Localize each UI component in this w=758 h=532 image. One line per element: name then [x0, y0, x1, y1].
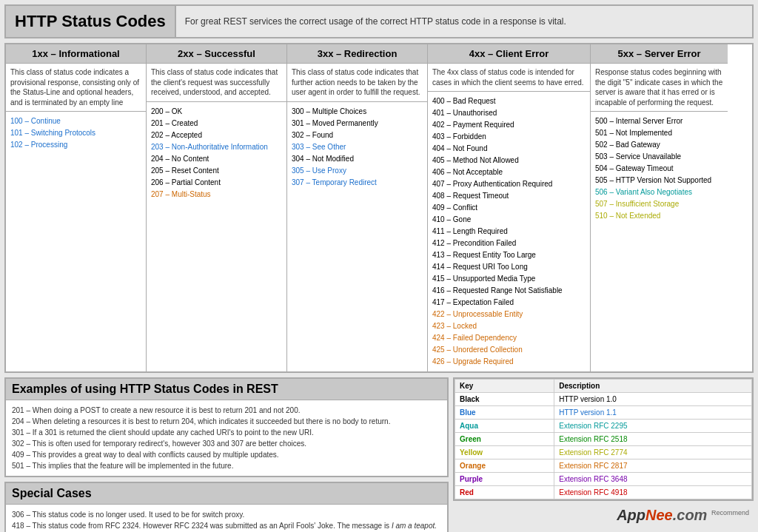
- main-container: HTTP Status Codes For great REST service…: [0, 0, 758, 532]
- code-510: 510 – Not Extended: [595, 210, 723, 222]
- key-yellow: Yellow: [455, 446, 554, 459]
- codes-3xx: 300 – Multiple Choices 301 – Moved Perma…: [287, 102, 427, 192]
- code-416: 416 – Requested Range Not Satisfiable: [432, 285, 586, 297]
- code-201: 201 – Created: [151, 118, 282, 129]
- header-1xx: 1xx – Informational: [6, 44, 146, 64]
- code-200: 200 – OK: [151, 106, 282, 118]
- example-6: 501 – This implies that the feature will…: [12, 460, 441, 471]
- col-1xx: 1xx – Informational This class of status…: [6, 44, 147, 371]
- code-307: 307 – Temporary Redirect: [292, 177, 423, 189]
- code-301: 301 – Moved Permanently: [292, 118, 423, 129]
- code-409: 409 – Conflict: [432, 202, 586, 214]
- key-green: Green: [455, 433, 554, 446]
- col-2xx: 2xx – Successful This class of status co…: [147, 44, 287, 371]
- codes-5xx: 500 – Internal Server Error 501 – Not Im…: [591, 112, 728, 226]
- key-black: Black: [455, 393, 554, 406]
- code-403: 403 – Forbidden: [432, 131, 586, 143]
- key-table: Key Description Black HTTP version 1.0 B…: [453, 377, 754, 501]
- desc-1xx: This class of status code indicates a pr…: [6, 64, 146, 112]
- code-102: 102 – Processing: [10, 139, 141, 151]
- appnee-logo: AppNee.com: [617, 507, 711, 523]
- key-row-aqua: Aqua Extension RFC 2295: [455, 420, 752, 433]
- desc-purple: Extension RFC 3648: [554, 473, 752, 486]
- desc-5xx: Response status codes beginning with the…: [591, 64, 728, 112]
- code-414: 414 – Request URI Too Long: [432, 261, 586, 273]
- key-row-black: Black HTTP version 1.0: [455, 393, 752, 406]
- col-3xx: 3xx – Redirection This class of status c…: [287, 44, 428, 371]
- key-red: Red: [455, 486, 554, 499]
- desc-green: Extension RFC 2518: [554, 433, 752, 446]
- examples-content: 201 – When doing a POST to create a new …: [6, 400, 447, 476]
- header-5xx: 5xx – Server Error: [591, 44, 728, 64]
- code-407: 407 – Proxy Authentication Required: [432, 178, 586, 190]
- key-aqua: Aqua: [455, 420, 554, 433]
- header-3xx: 3xx – Redirection: [287, 44, 427, 64]
- key-row-blue: Blue HTTP version 1.1: [455, 406, 752, 420]
- key-blue: Blue: [455, 406, 554, 420]
- code-303: 303 – See Other: [292, 141, 423, 153]
- code-202: 202 – Accepted: [151, 129, 282, 141]
- code-101: 101 – Switching Protocols: [10, 127, 141, 139]
- key-orange: Orange: [455, 459, 554, 473]
- code-502: 502 – Bad Gateway: [595, 139, 723, 151]
- header-description: For great REST services the correct usag…: [176, 10, 575, 33]
- example-5: 409 – This provides a great way to deal …: [12, 449, 441, 460]
- code-422: 422 – Unprocessable Entity: [432, 309, 586, 320]
- examples-header: Examples of using HTTP Status Codes in R…: [6, 379, 447, 400]
- code-405: 405 – Method Not Allowed: [432, 155, 586, 166]
- codes-1xx: 100 – Continue 101 – Switching Protocols…: [6, 112, 146, 155]
- left-bottom: Examples of using HTTP Status Codes in R…: [4, 377, 449, 532]
- code-300: 300 – Multiple Choices: [292, 106, 423, 118]
- code-400: 400 – Bad Request: [432, 95, 586, 107]
- special-cases-box: Special Cases 306 – This status code is …: [4, 482, 449, 532]
- code-413: 413 – Request Entity Too Large: [432, 249, 586, 261]
- special-content: 306 – This status code is no longer used…: [6, 505, 447, 532]
- code-506: 506 – Variant Also Negotiates: [595, 186, 723, 198]
- desc-yellow: Extension RFC 2774: [554, 446, 752, 459]
- code-205: 205 – Reset Content: [151, 165, 282, 177]
- code-404: 404 – Not Found: [432, 143, 586, 155]
- code-412: 412 – Precondition Failed: [432, 238, 586, 249]
- desc-aqua: Extension RFC 2295: [554, 420, 752, 433]
- col-4xx: 4xx – Client Error The 4xx class of stat…: [428, 44, 591, 371]
- codes-4xx: 400 – Bad Request 401 – Unauthorised 402…: [428, 92, 590, 371]
- code-302: 302 – Found: [292, 129, 423, 141]
- code-411: 411 – Length Required: [432, 226, 586, 238]
- special-header: Special Cases: [6, 483, 447, 505]
- examples-box: Examples of using HTTP Status Codes in R…: [4, 377, 449, 477]
- special-1: 306 – This status code is no longer used…: [12, 509, 441, 520]
- desc-orange: Extension RFC 2817: [554, 459, 752, 473]
- desc-col-header: Description: [554, 380, 752, 393]
- code-417: 417 – Expectation Failed: [432, 297, 586, 309]
- key-row-purple: Purple Extension RFC 3648: [455, 473, 752, 486]
- code-402: 402 – Payment Required: [432, 119, 586, 131]
- example-1: 201 – When doing a POST to create a new …: [12, 405, 441, 416]
- code-206: 206 – Partial Content: [151, 177, 282, 189]
- key-row-yellow: Yellow Extension RFC 2774: [455, 446, 752, 459]
- code-406: 406 – Not Acceptable: [432, 166, 586, 178]
- category-grid: 1xx – Informational This class of status…: [4, 43, 754, 373]
- desc-3xx: This class of status code indicates that…: [287, 64, 427, 102]
- code-504: 504 – Gateway Timeout: [595, 163, 723, 175]
- key-row-orange: Orange Extension RFC 2817: [455, 459, 752, 473]
- code-501: 501 – Not Implemented: [595, 127, 723, 139]
- code-207: 207 – Multi-Status: [151, 189, 282, 201]
- code-408: 408 – Request Timeout: [432, 190, 586, 202]
- right-bottom: Key Description Black HTTP version 1.0 B…: [453, 377, 754, 532]
- code-100: 100 – Continue: [10, 115, 141, 127]
- code-426: 426 – Upgrade Required: [432, 356, 586, 368]
- code-507: 507 – Insufficient Storage: [595, 198, 723, 210]
- code-204: 204 – No Content: [151, 153, 282, 165]
- desc-blue: HTTP version 1.1: [554, 406, 752, 420]
- code-423: 423 – Locked: [432, 320, 586, 332]
- key-purple: Purple: [455, 473, 554, 486]
- code-401: 401 – Unauthorised: [432, 107, 586, 119]
- example-4: 302 – This is often used for temporary r…: [12, 438, 441, 449]
- codes-2xx: 200 – OK 201 – Created 202 – Accepted 20…: [147, 102, 286, 204]
- header: HTTP Status Codes For great REST service…: [4, 4, 754, 38]
- code-410: 410 – Gone: [432, 214, 586, 226]
- code-425: 425 – Unordered Collection: [432, 344, 586, 356]
- special-2: 418 – This status code from RFC 2324. Ho…: [12, 520, 441, 531]
- page-title: HTTP Status Codes: [6, 6, 176, 37]
- code-305: 305 – Use Proxy: [292, 165, 423, 177]
